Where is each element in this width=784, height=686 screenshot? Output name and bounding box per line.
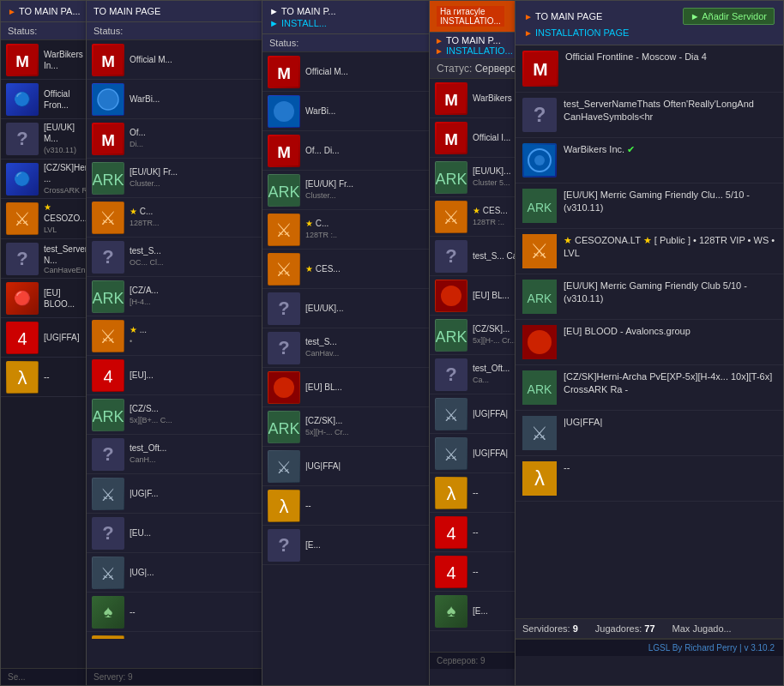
list-item[interactable]: ARK [CZ/SK]Herni-Archa PvE[XP-5x][H-4x..… bbox=[516, 365, 783, 411]
svg-point-86 bbox=[528, 330, 552, 354]
list-item[interactable]: ⚔ |UG|F... bbox=[87, 474, 265, 514]
server-info: ★ ...• bbox=[130, 324, 260, 347]
list-item[interactable]: M Official M... bbox=[87, 40, 265, 80]
panel5-main-nav[interactable]: ► TO MAIN PAGE bbox=[524, 11, 602, 21]
svg-text:λ: λ bbox=[280, 496, 289, 517]
server-info: Official Frontline - Moscow - Dia 4 bbox=[565, 51, 776, 63]
svg-text:M: M bbox=[277, 142, 291, 160]
list-item[interactable]: ? [E... bbox=[262, 526, 441, 565]
list-item[interactable]: λ -- bbox=[262, 486, 441, 526]
server-icon-ark: ARK bbox=[522, 189, 557, 223]
panel2-status: Status: bbox=[87, 22, 265, 40]
list-item[interactable]: ? [EU/UK] M...(v310.11) bbox=[1, 119, 93, 159]
list-item[interactable]: 4 [EU]... bbox=[87, 356, 265, 395]
list-item[interactable]: ARK [EU/UK] Fr...Cluster... bbox=[262, 171, 441, 210]
list-item[interactable]: ⚔ ★ CES... bbox=[262, 250, 441, 289]
list-item[interactable]: ? test_ServerNameThats Often'Really'Long… bbox=[516, 93, 783, 138]
svg-point-45 bbox=[274, 377, 294, 398]
add-server-button[interactable]: ► Añadir Servidor bbox=[683, 8, 775, 25]
list-item[interactable]: ARK [EU/UK] Merric Gaming Friendly Clu..… bbox=[516, 184, 783, 229]
list-item[interactable]: ♠ -- bbox=[87, 593, 265, 632]
svg-text:4: 4 bbox=[103, 367, 112, 386]
svg-point-78 bbox=[534, 155, 545, 165]
server-icon-sword: ⚔ bbox=[435, 398, 467, 430]
server-icon: M bbox=[435, 122, 467, 154]
list-item[interactable]: 🔴 [EU] BLOO... bbox=[1, 279, 93, 318]
server-icon-ark: ARK bbox=[268, 174, 300, 207]
list-item[interactable]: ⚔ ★ CESOZO...LVL bbox=[1, 199, 93, 239]
server-icon-question: ? bbox=[92, 438, 124, 471]
svg-text:M: M bbox=[444, 90, 458, 108]
list-item[interactable]: ARK [CZ/SK]...5x][H-... Cr... bbox=[262, 407, 441, 447]
server-icon-sword: ⚔ bbox=[92, 478, 124, 510]
list-item[interactable]: λ -- bbox=[516, 456, 783, 502]
server-icon: M bbox=[435, 82, 467, 115]
list-item[interactable]: WarBi... bbox=[262, 92, 441, 131]
list-item[interactable]: M Of... Di... bbox=[262, 131, 441, 171]
svg-text:ARK: ARK bbox=[268, 184, 299, 201]
list-item[interactable]: ARK [CZ/A...[H-4... bbox=[87, 277, 265, 316]
list-item[interactable]: ? test_Oft...CanH... bbox=[87, 435, 265, 474]
list-item[interactable]: [EU] BLOOD - Avaloncs.group bbox=[516, 320, 783, 365]
server-info: -- bbox=[305, 500, 436, 511]
list-item[interactable]: ? test_ServerN... CanHaveEn... bbox=[1, 239, 93, 279]
list-item[interactable]: λ -- bbox=[1, 358, 93, 397]
server-info: [EU/UK] Merric Gaming Friendly Clu... 5/… bbox=[564, 189, 776, 215]
list-item[interactable]: M Official M... bbox=[262, 52, 441, 92]
list-item[interactable]: ⚔ ★ C...128TR :.. bbox=[262, 210, 441, 250]
svg-text:λ: λ bbox=[18, 367, 27, 388]
server-icon: M bbox=[92, 123, 124, 155]
list-item[interactable]: M Of...Di... bbox=[87, 119, 265, 159]
server-icon-cs2: ⚔ bbox=[268, 253, 300, 286]
panel1-main-nav[interactable]: ► TO MAIN PA... bbox=[8, 6, 87, 16]
list-item[interactable]: ARK [EU/UK] Merric Gaming Friendly Club … bbox=[516, 274, 783, 320]
server-icon: M bbox=[522, 51, 558, 87]
server-info: |UG|F... bbox=[130, 488, 260, 499]
list-item[interactable]: ARK [CZ/S...5x][B+... C... bbox=[87, 395, 265, 435]
panel3-main-nav[interactable]: ► TO MAIN P... bbox=[269, 6, 434, 16]
server-icon: ⚔ bbox=[92, 320, 124, 352]
list-item[interactable]: 🔵 [CZ/SK]Her...CrossARK R bbox=[1, 159, 93, 200]
list-item[interactable]: λ -- bbox=[87, 632, 265, 639]
list-item[interactable]: ? test_S...CanHav... bbox=[262, 328, 441, 368]
server-info: [CZ/A...[H-4... bbox=[130, 285, 260, 308]
panel2-main-nav[interactable]: TO MAIN PAGE bbox=[93, 6, 258, 16]
list-item[interactable]: WarBikers Inc. ✔ bbox=[516, 138, 783, 184]
list-item[interactable]: [EU] BL... bbox=[262, 368, 441, 407]
panel5-install-nav[interactable]: ► INSTALLATION PAGE bbox=[524, 27, 775, 38]
server-icon-cs: ⚔ bbox=[268, 214, 300, 246]
server-info: [UG|FFA] bbox=[44, 332, 88, 343]
server-info: [EU... bbox=[130, 527, 260, 539]
list-item[interactable]: M WarBikers In... bbox=[1, 40, 93, 80]
server-info: test_ServerNameThats Often'Really'LongAn… bbox=[564, 98, 776, 124]
server-icon-l4d: 4 bbox=[6, 322, 39, 354]
server-info: -- bbox=[44, 371, 88, 382]
list-item[interactable]: M Official Frontline - Moscow - Dia 4 bbox=[516, 45, 783, 93]
list-item[interactable]: 4 [UG|FFA] bbox=[1, 318, 93, 358]
server-icon-warbikers: M bbox=[6, 44, 39, 76]
list-item[interactable]: WarBi... bbox=[87, 80, 265, 119]
server-info: WarBikers Inc. ✔ bbox=[564, 143, 776, 156]
server-icon-spades: ♠ bbox=[92, 596, 124, 629]
server-info: [EU] BL... bbox=[305, 382, 436, 393]
list-item[interactable]: ? [EU... bbox=[87, 514, 265, 553]
list-item[interactable]: ARK [EU/UK] Fr...Cluster... bbox=[87, 159, 265, 198]
list-item[interactable]: ⚔ ★ CESOZONA.LT ★ [ Public ] • 128TR VIP… bbox=[516, 229, 783, 274]
list-item[interactable]: ? test_S...OC... Cl... bbox=[87, 238, 265, 277]
svg-text:ARK: ARK bbox=[436, 171, 467, 188]
svg-text:λ: λ bbox=[534, 466, 545, 490]
panel3-header: ► TO MAIN P... ► INSTALL... bbox=[262, 1, 441, 34]
server-info: [EU/UK]... bbox=[305, 303, 436, 314]
list-item[interactable]: ? [EU/UK]... bbox=[262, 289, 441, 328]
list-item[interactable]: ⚔ |UG|FFA| bbox=[262, 447, 441, 486]
server-info: [EU/UK] Fr...Cluster... bbox=[305, 178, 436, 202]
list-item[interactable]: ⚔ ★ ...• bbox=[87, 316, 265, 356]
list-item[interactable]: 🔵 Official Fron... bbox=[1, 80, 93, 119]
list-item[interactable]: ⚔ |UG|FFA| bbox=[516, 411, 783, 456]
server-icon-ark: ARK bbox=[435, 161, 467, 194]
server-info: [CZ/S...5x][B+... C... bbox=[130, 403, 260, 426]
list-item[interactable]: ⚔ |UG|... bbox=[87, 553, 265, 593]
list-item[interactable]: ⚔ ★ C...128TR... bbox=[87, 198, 265, 238]
panel3-install-nav[interactable]: ► INSTALL... bbox=[269, 18, 434, 28]
server-icon-hl: λ bbox=[92, 635, 124, 640]
